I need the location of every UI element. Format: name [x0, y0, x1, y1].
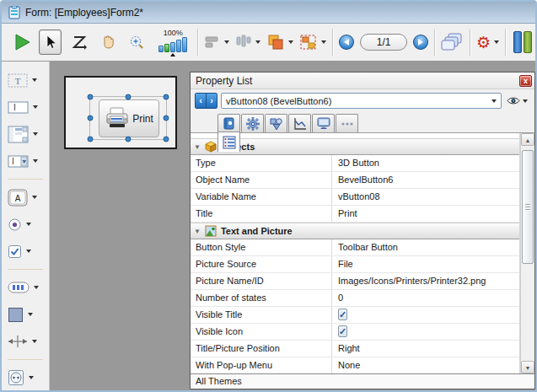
combo-dropdown-caret[interactable]: [491, 99, 497, 103]
property-value[interactable]: vButton08: [332, 189, 519, 205]
checkbox-checked[interactable]: ✓: [338, 325, 347, 337]
property-value[interactable]: 3D Button: [332, 155, 519, 171]
checkbox-dropdown-caret[interactable]: [26, 250, 31, 253]
selection-handle[interactable]: [88, 137, 94, 142]
property-value[interactable]: Images/Icons/Printers/Printer32.png: [332, 273, 519, 289]
book-tab[interactable]: [217, 114, 240, 132]
input-field-dropdown-caret[interactable]: [33, 105, 38, 109]
group-tool[interactable]: [299, 34, 326, 51]
view-options-button[interactable]: [505, 96, 529, 105]
plugin-area-dropdown-caret[interactable]: [29, 376, 34, 379]
entry-order-button[interactable]: [67, 30, 90, 55]
chart-tab[interactable]: [288, 114, 311, 132]
selection-handle[interactable]: [164, 137, 169, 142]
zoom-control[interactable]: 100%: [154, 29, 192, 56]
checkbox-checked[interactable]: ✓: [338, 309, 347, 320]
title-bar[interactable]: Form: [Employees]Form2*: [2, 2, 535, 24]
property-row[interactable]: Object Name BevelButton6: [191, 172, 519, 189]
property-row[interactable]: Picture Name/ID Images/Icons/Printers/Pr…: [191, 273, 519, 290]
explorer-books-icon[interactable]: [513, 31, 532, 53]
group-dropdown-caret[interactable]: [321, 40, 326, 44]
static-text-dropdown-caret[interactable]: [32, 78, 37, 82]
property-value[interactable]: BevelButton6: [332, 172, 519, 188]
property-row[interactable]: Variable Name vButton08: [191, 189, 519, 206]
property-row[interactable]: Title Print: [191, 206, 519, 223]
select-arrow-button[interactable]: [39, 30, 62, 55]
form-pages-button[interactable]: [441, 30, 464, 55]
property-scrollbar[interactable]: ▲ ▼: [520, 133, 534, 373]
property-value[interactable]: Right: [332, 341, 519, 357]
property-value[interactable]: File: [332, 256, 519, 272]
prev-object-icon[interactable]: ‹: [196, 94, 207, 108]
distribute-dropdown-caret[interactable]: [255, 40, 260, 44]
object-selector-combo[interactable]: vButton08 (BevelButton6): [221, 93, 502, 109]
property-list-titlebar[interactable]: Property List x: [191, 72, 534, 89]
distribute-tool[interactable]: [235, 35, 260, 50]
listbox-tool[interactable]: [8, 124, 38, 144]
plugin-area-tool[interactable]: [8, 368, 34, 388]
zoom-magnifier-button[interactable]: [126, 30, 148, 55]
rectangle-dropdown-caret[interactable]: [28, 313, 33, 316]
property-row[interactable]: Visible Title ✓: [191, 307, 519, 324]
settings-dropdown-caret[interactable]: [494, 40, 499, 44]
collapse-triangle-icon[interactable]: ▼: [194, 143, 201, 151]
selection-handle[interactable]: [126, 94, 132, 100]
view-options-caret[interactable]: [523, 99, 528, 103]
previous-page-button[interactable]: [339, 35, 354, 50]
collapse-triangle-icon[interactable]: ▼: [194, 228, 201, 235]
splitter-tool[interactable]: [8, 331, 37, 352]
property-row[interactable]: Button Style Toolbar Button: [191, 239, 519, 256]
gear-tab[interactable]: [241, 114, 264, 132]
level-dropdown-caret[interactable]: [288, 40, 293, 44]
display-tab[interactable]: [312, 114, 335, 132]
object-nav-buttons[interactable]: ‹›: [195, 93, 217, 109]
property-row[interactable]: Type 3D Button: [191, 155, 519, 172]
next-object-icon[interactable]: ›: [207, 94, 217, 108]
more-tab[interactable]: [336, 114, 358, 132]
property-value[interactable]: Print: [332, 206, 519, 222]
property-value[interactable]: Toolbar Button: [332, 239, 519, 255]
selection-bounds[interactable]: Print: [89, 96, 167, 140]
properties-list-tab[interactable]: [217, 132, 240, 152]
property-row[interactable]: Picture Source File: [191, 256, 519, 273]
form-canvas[interactable]: Print: [64, 76, 177, 149]
execute-form-button[interactable]: [10, 30, 33, 55]
selection-handle[interactable]: [164, 94, 169, 100]
rectangle-tool[interactable]: [8, 304, 33, 325]
selection-handle[interactable]: [164, 115, 169, 121]
static-text-tool[interactable]: T: [8, 70, 37, 90]
input-field-tool[interactable]: I: [8, 97, 38, 117]
level-tool[interactable]: [266, 34, 293, 51]
scrollbar-thumb[interactable]: [522, 150, 534, 264]
progress-tool[interactable]: [8, 277, 39, 298]
property-value[interactable]: 0: [332, 290, 519, 306]
radio-button-dropdown-caret[interactable]: [26, 223, 31, 226]
splitter-dropdown-caret[interactable]: [32, 340, 37, 343]
property-row[interactable]: Title/Picture Position Right: [191, 341, 519, 357]
move-hand-button[interactable]: [97, 30, 120, 55]
selection-handle[interactable]: [126, 137, 132, 142]
theme-footer[interactable]: All Themes: [191, 373, 534, 389]
align-dropdown-caret[interactable]: [224, 40, 229, 44]
zoom-bars-icon[interactable]: [158, 37, 187, 52]
button-tool[interactable]: A: [8, 187, 37, 207]
property-value[interactable]: None: [332, 357, 519, 373]
button-dropdown-caret[interactable]: [32, 196, 37, 199]
close-icon[interactable]: x: [519, 75, 532, 87]
selection-handle[interactable]: [88, 94, 94, 100]
align-tool[interactable]: [204, 35, 229, 49]
next-page-button[interactable]: [413, 35, 428, 50]
scroll-up-icon[interactable]: ▲: [521, 133, 534, 146]
scroll-down-icon[interactable]: ▼: [521, 361, 534, 373]
radio-button-tool[interactable]: [8, 214, 31, 234]
print-button-object[interactable]: Print: [99, 99, 159, 137]
listbox-dropdown-caret[interactable]: [33, 132, 38, 136]
progress-dropdown-caret[interactable]: [34, 286, 39, 289]
combobox-tool[interactable]: I: [8, 151, 38, 171]
property-row[interactable]: Visible Icon ✓: [191, 324, 519, 341]
settings-tool[interactable]: ⚙: [476, 35, 499, 51]
combobox-dropdown-caret[interactable]: [33, 159, 38, 163]
selection-handle[interactable]: [88, 115, 94, 121]
checkbox-tool[interactable]: [8, 241, 31, 261]
shapes-tab[interactable]: [265, 114, 287, 132]
